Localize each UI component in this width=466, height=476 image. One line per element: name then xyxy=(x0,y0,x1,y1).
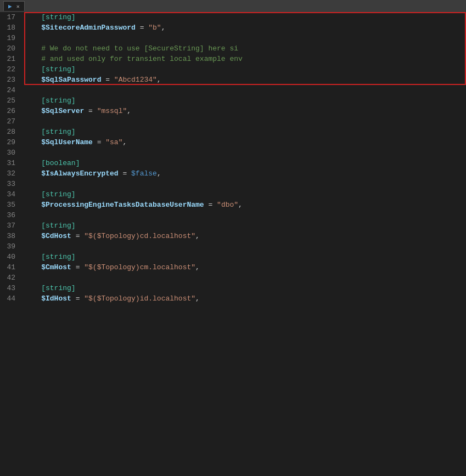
code-content: $CmHost = "$($Topology)cm.localhost", xyxy=(24,263,200,271)
operator: , xyxy=(161,24,166,32)
operator: , xyxy=(195,294,200,303)
code-line: 39 xyxy=(0,241,466,252)
operator: = xyxy=(71,232,84,240)
operator: , xyxy=(238,201,243,209)
code-content: [string] xyxy=(24,97,76,105)
code-line: 32 $IsAlwaysEncrypted = $false, xyxy=(0,168,466,179)
code-line: 27 xyxy=(0,116,466,127)
line-number: 34 xyxy=(0,190,24,199)
operator: , xyxy=(127,107,131,115)
operator: = xyxy=(204,201,217,209)
operator: = xyxy=(119,169,131,178)
line-number: 21 xyxy=(0,55,24,63)
line-number: 27 xyxy=(0,117,24,126)
code-content: [string] xyxy=(24,190,76,199)
comment: # and used only for transient local exam… xyxy=(41,55,243,63)
code-line: 17 [string] xyxy=(0,12,466,22)
operator: , xyxy=(157,76,161,84)
string-value: "$($Topology)cm.localhost" xyxy=(84,263,195,271)
code-content: $IsAlwaysEncrypted = $false, xyxy=(24,169,161,178)
code-content: $SqlUserName = "sa", xyxy=(24,138,127,146)
code-line: 28 [string] xyxy=(0,127,466,137)
line-number: 39 xyxy=(0,242,24,251)
string-value: "Abcd1234" xyxy=(114,76,157,84)
string-value: "sa" xyxy=(105,138,122,146)
variable: $SqlUserName xyxy=(41,138,93,146)
code-line: 41 $CmHost = "$($Topology)cm.localhost", xyxy=(0,262,466,273)
code-line: 26 $SqlServer = "mssql", xyxy=(0,106,466,116)
type-bracket: [string] xyxy=(41,222,75,230)
operator: = xyxy=(93,138,105,146)
operator: , xyxy=(195,263,200,271)
line-number: 20 xyxy=(0,44,24,53)
code-line: 30 xyxy=(0,148,466,158)
variable: $CmHost xyxy=(41,263,71,271)
editor-container: ▶ ✕ 17 [string]18 $SitecoreAdminPassword… xyxy=(0,0,466,476)
line-number: 24 xyxy=(0,86,24,94)
type-bracket: [string] xyxy=(41,284,75,292)
code-line: 42 xyxy=(0,273,466,283)
title-bar: ▶ ✕ xyxy=(0,0,466,12)
code-line: 23 $SqlSaPassword = "Abcd1234", xyxy=(0,75,466,85)
line-number: 33 xyxy=(0,180,24,188)
code-line: 35 $ProcessingEngineTasksDatabaseUserNam… xyxy=(0,200,466,210)
ps-icon: ▶ xyxy=(8,3,12,10)
operator: , xyxy=(122,138,127,146)
line-number: 38 xyxy=(0,232,24,240)
code-content: $SqlServer = "mssql", xyxy=(24,107,131,115)
code-line: 25 [string] xyxy=(0,95,466,106)
line-number: 23 xyxy=(0,76,24,84)
line-number: 17 xyxy=(0,13,24,21)
code-content: [string] xyxy=(24,128,76,136)
code-line: 19 xyxy=(0,33,466,43)
code-content: $SitecoreAdminPassword = "b", xyxy=(24,24,165,32)
line-number: 40 xyxy=(0,253,24,261)
code-content: $CdHost = "$($Topology)cd.localhost", xyxy=(24,232,200,240)
line-number: 30 xyxy=(0,149,24,157)
variable: $ProcessingEngineTasksDatabaseUserName xyxy=(41,201,204,209)
line-number: 26 xyxy=(0,107,24,115)
code-content: [string] xyxy=(24,222,76,230)
variable: $SqlServer xyxy=(41,107,84,115)
string-value: "mssql" xyxy=(97,107,127,115)
code-line: 43 [string] xyxy=(0,283,466,293)
code-content: # and used only for transient local exam… xyxy=(24,55,243,63)
code-line: 24 xyxy=(0,85,466,95)
type-bracket: [string] xyxy=(41,190,75,199)
code-line: 18 $SitecoreAdminPassword = "b", xyxy=(0,22,466,33)
operator: = xyxy=(71,294,84,303)
variable: $SqlSaPassword xyxy=(41,76,101,84)
code-line: 21 # and used only for transient local e… xyxy=(0,54,466,64)
code-line: 34 [string] xyxy=(0,189,466,200)
code-content: # We do not need to use [SecureString] h… xyxy=(24,44,238,53)
editor-tab[interactable]: ▶ ✕ xyxy=(3,1,25,11)
code-line: 38 $CdHost = "$($Topology)cd.localhost", xyxy=(0,231,466,241)
line-number: 29 xyxy=(0,138,24,146)
string-value: "$($Topology)cd.localhost" xyxy=(84,232,195,240)
line-number: 43 xyxy=(0,284,24,292)
line-number: 25 xyxy=(0,97,24,105)
line-number: 18 xyxy=(0,24,24,32)
code-content: $ProcessingEngineTasksDatabaseUserName =… xyxy=(24,201,243,209)
code-content: $IdHost = "$($Topology)id.localhost", xyxy=(24,294,200,303)
code-line: 33 xyxy=(0,179,466,189)
line-number: 37 xyxy=(0,222,24,230)
bool-value: $false xyxy=(131,169,157,178)
code-line: 20 # We do not need to use [SecureString… xyxy=(0,43,466,54)
line-number: 28 xyxy=(0,128,24,136)
line-number: 36 xyxy=(0,211,24,219)
operator: , xyxy=(157,169,161,178)
line-number: 35 xyxy=(0,201,24,209)
code-content: [string] xyxy=(24,13,76,21)
line-number: 32 xyxy=(0,169,24,178)
tab-close-button[interactable]: ✕ xyxy=(16,3,20,10)
code-content: $SqlSaPassword = "Abcd1234", xyxy=(24,76,161,84)
line-number: 41 xyxy=(0,263,24,271)
operator: = xyxy=(101,76,114,84)
string-value: "b" xyxy=(148,24,161,32)
line-number: 19 xyxy=(0,34,24,42)
type-bracket: [string] xyxy=(41,13,75,21)
code-content: [boolean] xyxy=(24,159,80,167)
code-line: 29 $SqlUserName = "sa", xyxy=(0,137,466,148)
code-content: [string] xyxy=(24,253,76,261)
